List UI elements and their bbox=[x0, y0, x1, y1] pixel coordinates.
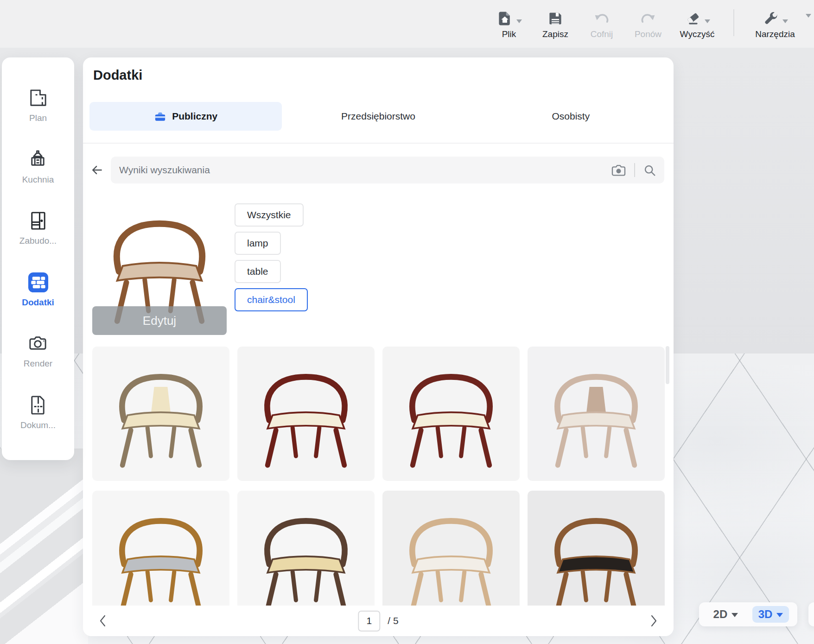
next-page-button[interactable] bbox=[649, 614, 659, 628]
chevron-down-icon bbox=[782, 19, 788, 26]
page-title: Dodatki bbox=[93, 68, 142, 83]
catalog-panel: Dodatki Publiczny Przedsiębiorstwo Osobi… bbox=[83, 57, 674, 636]
toolbox-icon bbox=[154, 110, 166, 123]
chevron-down-icon bbox=[731, 613, 738, 620]
catalog-tabs: Publiczny Przedsiębiorstwo Osobisty bbox=[89, 102, 667, 131]
sidebar-item-label: Dokum... bbox=[20, 420, 56, 430]
camera-icon bbox=[611, 164, 626, 177]
search-row bbox=[90, 157, 664, 183]
floorplan-icon bbox=[27, 87, 49, 109]
wrench-icon bbox=[763, 10, 779, 27]
search-box bbox=[111, 157, 664, 183]
eraser-icon bbox=[685, 10, 701, 27]
page-total-label: / 5 bbox=[388, 615, 398, 626]
save-button[interactable]: Zapisz bbox=[532, 8, 579, 39]
left-sidebar: Plan Kuchnia Zabudo... bbox=[2, 57, 74, 460]
camera-icon bbox=[27, 333, 49, 354]
page-indicator: / 5 bbox=[358, 611, 398, 631]
view-mode-toggle: 2D 3D bbox=[699, 602, 797, 626]
view-3d-button[interactable]: 3D bbox=[752, 606, 789, 623]
sidebar-item-kitchen[interactable]: Kuchnia bbox=[22, 149, 54, 185]
kitchen-icon bbox=[27, 149, 49, 170]
clear-button-label: Wyczyść bbox=[680, 29, 715, 39]
top-toolbar: Plik Zapisz Cofnij bbox=[0, 0, 814, 48]
search-input[interactable] bbox=[119, 164, 603, 176]
chair-image bbox=[401, 362, 501, 470]
tab-publiczny[interactable]: Publiczny bbox=[89, 102, 282, 131]
sidebar-item-label: Dodatki bbox=[22, 297, 54, 308]
product-card-1[interactable] bbox=[92, 347, 229, 481]
redo-button[interactable]: Ponów bbox=[625, 8, 671, 39]
document-icon bbox=[27, 394, 49, 416]
chevron-down-icon bbox=[776, 613, 783, 620]
filter-chip-lamp[interactable]: lamp bbox=[235, 232, 281, 255]
sidebar-item-plan[interactable]: Plan bbox=[27, 87, 49, 123]
chevron-left-icon bbox=[98, 614, 108, 628]
chair-image bbox=[546, 362, 646, 470]
search-icons-divider bbox=[634, 163, 635, 177]
edit-button[interactable]: Edytuj bbox=[92, 306, 227, 335]
filter-chips: Wszystkie lamp table chair&stool bbox=[235, 202, 308, 335]
selected-thumbnail[interactable]: Edytuj bbox=[92, 202, 227, 335]
file-button-label: Plik bbox=[502, 29, 516, 39]
back-button[interactable] bbox=[90, 164, 103, 177]
tab-przedsiebiorstwo[interactable]: Przedsiębiorstwo bbox=[282, 102, 474, 131]
chair-image bbox=[111, 506, 211, 607]
product-card-8[interactable] bbox=[528, 491, 665, 607]
scrollbar-thumb[interactable] bbox=[666, 346, 669, 384]
filter-chip-table[interactable]: table bbox=[235, 260, 281, 283]
sidebar-item-label: Plan bbox=[29, 113, 47, 123]
tabs-divider bbox=[83, 143, 674, 144]
back-arrow-icon bbox=[90, 164, 103, 177]
search-icon bbox=[643, 164, 656, 177]
undo-icon bbox=[593, 10, 610, 27]
chevron-down-icon bbox=[705, 19, 710, 26]
sidebar-item-render[interactable]: Render bbox=[24, 333, 52, 369]
undo-button[interactable]: Cofnij bbox=[579, 8, 625, 39]
tab-osobisty[interactable]: Osobisty bbox=[475, 102, 667, 131]
chevron-down-icon bbox=[516, 19, 522, 26]
toolbar-divider bbox=[733, 9, 734, 36]
redo-button-label: Ponów bbox=[635, 29, 661, 39]
tools-button-label: Narzędzia bbox=[755, 29, 795, 39]
tab-label: Osobisty bbox=[552, 111, 590, 122]
undo-button-label: Cofnij bbox=[591, 29, 613, 39]
image-search-button[interactable] bbox=[611, 164, 626, 177]
chair-image bbox=[546, 506, 646, 607]
tools-button[interactable]: Narzędzia bbox=[744, 8, 806, 39]
filter-chip-chair-stool[interactable]: chair&stool bbox=[235, 288, 308, 311]
product-card-3[interactable] bbox=[382, 347, 520, 481]
save-icon bbox=[547, 10, 564, 27]
wardrobe-icon bbox=[27, 210, 49, 232]
sidebar-item-documents[interactable]: Dokum... bbox=[20, 394, 56, 430]
chair-image bbox=[401, 506, 501, 607]
clear-button[interactable]: Wyczyść bbox=[671, 8, 723, 39]
product-card-4[interactable] bbox=[528, 347, 665, 481]
save-button-label: Zapisz bbox=[542, 29, 568, 39]
sidebar-item-label: Zabudo... bbox=[19, 236, 57, 246]
product-card-2[interactable] bbox=[237, 347, 375, 481]
pagination-bar: / 5 bbox=[83, 606, 674, 636]
search-button[interactable] bbox=[643, 164, 656, 177]
prev-page-button[interactable] bbox=[98, 614, 108, 628]
chair-image bbox=[111, 362, 211, 470]
tab-label: Przedsiębiorstwo bbox=[341, 111, 415, 122]
sidebar-item-builtin[interactable]: Zabudo... bbox=[19, 210, 57, 246]
product-card-6[interactable] bbox=[237, 491, 375, 607]
sidebar-item-dodatki[interactable]: Dodatki bbox=[22, 271, 54, 308]
sidebar-item-label: Render bbox=[24, 359, 52, 369]
scene-door-panel bbox=[0, 448, 88, 644]
filter-chip-wszystkie[interactable]: Wszystkie bbox=[235, 203, 304, 227]
clipped-edge-control bbox=[808, 602, 814, 626]
product-grid bbox=[92, 347, 674, 607]
page-number-input[interactable] bbox=[358, 611, 380, 631]
file-button[interactable]: Plik bbox=[486, 8, 532, 39]
view-2d-button[interactable]: 2D bbox=[707, 606, 744, 623]
redo-icon bbox=[640, 10, 656, 27]
chevron-right-icon bbox=[649, 614, 659, 628]
chevron-down-icon bbox=[806, 14, 811, 20]
product-card-5[interactable] bbox=[92, 491, 229, 607]
tab-label: Publiczny bbox=[172, 111, 217, 122]
view-2d-label: 2D bbox=[713, 608, 728, 621]
product-card-7[interactable] bbox=[382, 491, 520, 607]
